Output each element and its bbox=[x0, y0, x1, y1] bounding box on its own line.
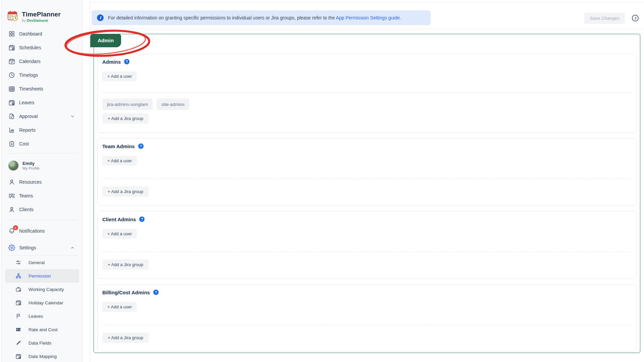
admin-permissions-panel: Admins?+ Add a userjira-admins-songtamsi… bbox=[94, 34, 640, 353]
sidebar-settings-nav: GeneralPermissionWorking CapacityHoliday… bbox=[2, 256, 83, 362]
sidebar-item-cost[interactable]: $Cost bbox=[5, 137, 79, 150]
clock-icon bbox=[8, 72, 15, 78]
timeplanner-logo-icon bbox=[7, 10, 18, 23]
app-permission-settings-guide-link[interactable]: App Permission Settings guide. bbox=[336, 15, 401, 20]
top-bar: i For detailed information on granting s… bbox=[90, 2, 644, 29]
sidebar-item-holiday-calendar[interactable]: Holiday Calendar bbox=[5, 296, 79, 309]
section-title-row: Team Admins? bbox=[102, 143, 632, 149]
help-icon[interactable]: ? bbox=[139, 217, 145, 222]
sidebar-item-label: Leaves bbox=[29, 314, 43, 319]
bar-chart-icon bbox=[8, 127, 15, 133]
profile-name: Emily bbox=[22, 161, 40, 166]
add-jira-group-button[interactable]: + Add a Jira group bbox=[102, 259, 149, 270]
sidebar-item-date-mapping[interactable]: Date Mapping bbox=[5, 350, 79, 362]
sidebar-item-label: General bbox=[29, 260, 45, 265]
dashed-divider bbox=[102, 325, 632, 325]
sidebar-item-working-capacity[interactable]: Working Capacity bbox=[5, 283, 79, 296]
info-outline-icon[interactable]: i bbox=[632, 15, 639, 21]
people-icon bbox=[8, 192, 15, 199]
sidebar-item-leaves[interactable]: Leaves bbox=[5, 96, 79, 109]
main-area: i For detailed information on granting s… bbox=[90, 2, 644, 362]
info-banner: i For detailed information on granting s… bbox=[92, 10, 431, 25]
jira-group-chip[interactable]: jira-admins-songtam bbox=[102, 99, 153, 110]
dashed-divider bbox=[102, 93, 632, 93]
gear-icon bbox=[8, 244, 15, 251]
sidebar-item-label: Working Capacity bbox=[29, 287, 64, 292]
screen: TimePlanner by DevSamurai DashboardSched… bbox=[0, 0, 644, 362]
sidebar-item-rate-and-cost[interactable]: $Rate and Cost bbox=[5, 323, 79, 336]
sidebar-item-approval[interactable]: Approval bbox=[5, 109, 79, 123]
sidebar-item-label: Dashboard bbox=[19, 31, 42, 37]
person-badge-icon bbox=[8, 206, 15, 213]
app-title: TimePlanner bbox=[22, 11, 61, 18]
sidebar-item-notifications[interactable]: 1Notifications bbox=[5, 224, 79, 238]
dashed-divider bbox=[102, 252, 632, 252]
add-user-button[interactable]: + Add a user bbox=[102, 229, 137, 239]
sidebar-item-label: Leaves bbox=[19, 100, 34, 105]
sidebar-item-schedules[interactable]: Schedules bbox=[5, 41, 79, 54]
app-title-block: TimePlanner by DevSamurai bbox=[22, 11, 61, 22]
save-changes-button[interactable]: Save Changes bbox=[584, 13, 625, 24]
pencil-icon bbox=[15, 340, 22, 346]
permission-cards: Admins?+ Add a userjira-admins-songtamsi… bbox=[94, 34, 640, 352]
sidebar: TimePlanner by DevSamurai DashboardSched… bbox=[1, 0, 83, 362]
section-title-row: Billing/Cost Admins? bbox=[102, 289, 632, 296]
add-user-button[interactable]: + Add a user bbox=[102, 302, 137, 312]
sidebar-item-timesheets[interactable]: Timesheets bbox=[5, 82, 79, 96]
banner-text: For detailed information on granting spe… bbox=[108, 15, 401, 20]
section-title: Admins bbox=[102, 59, 121, 65]
jira-group-chips: jira-admins-songtamsite-admins bbox=[102, 99, 632, 110]
flag-icon bbox=[15, 313, 22, 319]
sidebar-item-label: Clients bbox=[19, 207, 34, 212]
sliders-icon bbox=[15, 259, 22, 266]
sidebar-main-nav: DashboardSchedulesCalendarsTimelogsTimes… bbox=[2, 27, 83, 150]
sidebar-item-resources[interactable]: Resources bbox=[5, 175, 79, 189]
app-logo[interactable]: TimePlanner by DevSamurai bbox=[7, 9, 83, 24]
help-icon[interactable]: ? bbox=[153, 290, 159, 295]
sidebar-item-permission[interactable]: Permission bbox=[5, 269, 79, 283]
help-icon[interactable]: ? bbox=[124, 59, 129, 64]
sidebar-item-label: Reports bbox=[19, 127, 36, 133]
briefcase-icon bbox=[15, 286, 22, 293]
sidebar-item-teams[interactable]: Teams bbox=[5, 189, 79, 202]
sidebar-item-clients[interactable]: Clients bbox=[5, 202, 79, 216]
notification-badge: 1 bbox=[13, 225, 18, 230]
svg-text:$: $ bbox=[11, 142, 12, 145]
sidebar-item-label: Notifications bbox=[19, 228, 45, 234]
sidebar-divider bbox=[6, 153, 78, 154]
add-jira-group-button[interactable]: + Add a Jira group bbox=[102, 186, 149, 197]
sidebar-item-reports[interactable]: Reports bbox=[5, 123, 79, 137]
sidebar-item-label: Data Fields bbox=[29, 341, 51, 346]
sidebar-item-label: Permission bbox=[29, 274, 51, 279]
permission-card-billing-cost-admins: Billing/Cost Admins?+ Add a user+ Add a … bbox=[97, 284, 637, 352]
sidebar-profile[interactable]: Emily My Profile bbox=[5, 156, 79, 175]
chevron-up-icon bbox=[70, 245, 75, 250]
dashed-divider bbox=[102, 179, 632, 179]
sidebar-item-timelogs[interactable]: Timelogs bbox=[5, 68, 79, 82]
jira-group-chip[interactable]: site-admins bbox=[157, 99, 189, 110]
sidebar-item-settings[interactable]: Settings bbox=[5, 241, 79, 254]
sidebar-item-label: Approval bbox=[19, 114, 38, 119]
sidebar-item-data-fields[interactable]: Data Fields bbox=[5, 336, 79, 350]
sidebar-item-dashboard[interactable]: Dashboard bbox=[5, 27, 79, 41]
help-icon[interactable]: ? bbox=[138, 143, 144, 149]
add-jira-group-button[interactable]: + Add a Jira group bbox=[102, 333, 149, 343]
section-title-row: Client Admins? bbox=[102, 216, 632, 223]
admin-tab: Admin bbox=[90, 34, 121, 47]
rate-card-icon: $ bbox=[15, 326, 22, 333]
sidebar-item-general[interactable]: General bbox=[5, 256, 79, 269]
sidebar-item-calendars[interactable]: Calendars bbox=[5, 54, 79, 68]
sidebar-divider bbox=[6, 220, 78, 220]
add-user-button[interactable]: + Add a user bbox=[102, 156, 137, 166]
add-jira-group-button[interactable]: + Add a Jira group bbox=[102, 113, 149, 124]
sidebar-item-label: Schedules bbox=[19, 45, 41, 50]
permission-card-admins: Admins?+ Add a userjira-admins-songtamsi… bbox=[97, 54, 637, 133]
sidebar-item-label: Cost bbox=[19, 141, 29, 146]
section-title: Client Admins bbox=[102, 217, 136, 222]
sidebar-item-leaves[interactable]: Leaves bbox=[5, 309, 79, 323]
sidebar-item-label: Rate and Cost bbox=[29, 327, 57, 332]
avatar bbox=[8, 161, 18, 171]
add-user-button[interactable]: + Add a user bbox=[102, 71, 137, 81]
person-icon bbox=[8, 179, 15, 185]
sidebar-item-label: Teams bbox=[19, 193, 33, 198]
